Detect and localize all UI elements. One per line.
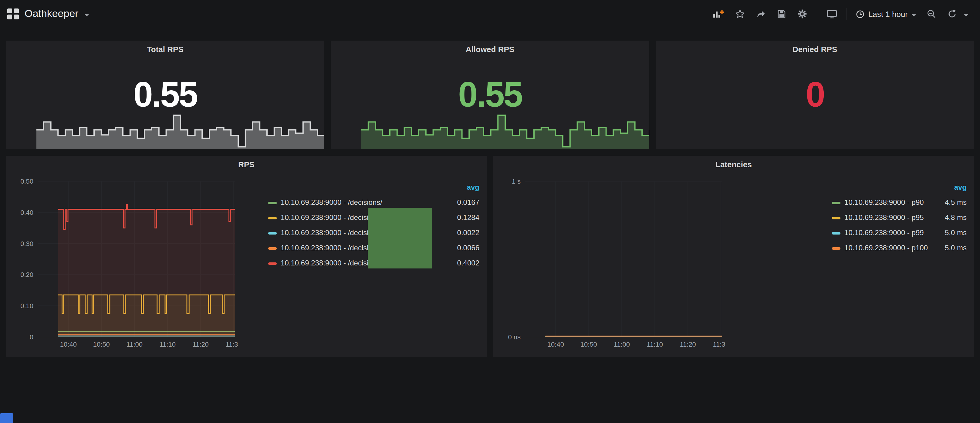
series-label[interactable]: 10.10.69.238:9000 - /decisions/ (281, 244, 382, 252)
dashboard-title[interactable]: Oathkeeper (25, 8, 79, 20)
help-button[interactable] (0, 413, 13, 423)
series-label[interactable]: 10.10.69.238:9000 - p90 (845, 198, 924, 207)
graph-canvas: 0.500.400.300.200.10010:4010:5011:0011:1… (10, 171, 238, 353)
chevron-down-icon (85, 14, 89, 16)
navbar-actions: Last 1 hour (706, 0, 974, 28)
stats-row: Total RPS 0.55 Allowed RPS 0.55 Denied R… (6, 41, 974, 149)
apps-grid-icon[interactable] (7, 8, 19, 20)
stat-value: 0.55 (6, 77, 325, 112)
panel-title[interactable]: Denied RPS (655, 41, 974, 54)
series-color-swatch[interactable] (832, 247, 840, 250)
series-label[interactable]: 10.10.69.238:9000 - p95 (845, 213, 924, 222)
series-label[interactable]: 10.10.69.238:9000 - /decisions/ (281, 259, 382, 267)
svg-text:0.30: 0.30 (20, 240, 33, 247)
legend-avg-header[interactable]: avg (928, 180, 967, 195)
svg-text:11:10: 11:10 (647, 341, 663, 348)
series-color-swatch[interactable] (268, 232, 277, 234)
latencies-chart[interactable]: 1 s0 ns10:4010:5011:0011:1011:2011:30 (497, 171, 725, 353)
svg-text:11:30: 11:30 (226, 341, 238, 348)
series-color-swatch[interactable] (832, 232, 840, 234)
series-avg-value: 4.5 ms (928, 195, 967, 210)
gear-icon (797, 9, 807, 19)
series-color-swatch[interactable] (268, 247, 277, 250)
svg-text:0.50: 0.50 (20, 177, 33, 185)
tv-monitor-icon (826, 9, 837, 19)
series-avg-value: 5.0 ms (928, 225, 967, 241)
series-label[interactable]: 10.10.69.238:9000 - p100 (845, 244, 928, 252)
svg-text:0: 0 (30, 333, 33, 341)
series-color-swatch[interactable] (832, 202, 840, 204)
green-overlay (368, 208, 432, 268)
rps-chart[interactable]: 0.500.400.300.200.10010:4010:5011:0011:1… (10, 171, 238, 353)
zoom-out-icon (927, 9, 936, 19)
svg-text:11:10: 11:10 (159, 341, 176, 348)
panel-allowed-rps: Allowed RPS 0.55 (331, 41, 649, 149)
svg-text:0 ns: 0 ns (508, 333, 521, 341)
sparkline (37, 114, 325, 149)
series-label[interactable]: 10.10.69.238:9000 - p99 (845, 228, 924, 237)
chevron-down-icon (964, 14, 969, 16)
series-label[interactable]: 10.10.69.238:9000 - /decisions/ (281, 228, 382, 237)
save-icon (777, 9, 786, 19)
graph-canvas: 1 s0 ns10:4010:5011:0011:1011:2011:30 (497, 171, 725, 353)
series-avg-value: 5.0 ms (928, 241, 967, 256)
latencies-legend: avg10.10.69.238:9000 - p904.5 ms10.10.69… (827, 180, 967, 256)
chevron-down-icon (912, 14, 916, 16)
star-button[interactable] (729, 0, 751, 28)
panel-total-rps: Total RPS 0.55 (6, 41, 325, 149)
time-range-label: Last 1 hour (869, 10, 908, 19)
dashboard-root: Oathkeeper (0, 0, 980, 423)
sparkline-canvas (361, 114, 649, 149)
panel-title[interactable]: Total RPS (6, 41, 325, 54)
sparkline (361, 114, 649, 149)
add-panel-icon (712, 9, 724, 19)
navbar: Oathkeeper (0, 0, 980, 28)
sparkline-canvas (37, 114, 325, 149)
star-icon (735, 9, 745, 19)
share-icon (756, 9, 766, 19)
panel-title[interactable]: Allowed RPS (331, 41, 649, 54)
svg-text:11:30: 11:30 (713, 341, 725, 348)
svg-text:0.40: 0.40 (20, 209, 33, 216)
time-range-picker[interactable]: Last 1 hour (851, 0, 921, 28)
legend-row: 10.10.69.238:9000 - p1005.0 ms (827, 241, 967, 256)
clock-icon (856, 10, 865, 19)
panel-title[interactable]: Latencies (493, 156, 974, 169)
refresh-interval-dropdown[interactable] (963, 0, 974, 28)
svg-text:11:20: 11:20 (679, 341, 696, 348)
dashboard-settings-button[interactable] (792, 0, 813, 28)
navbar-separator (846, 8, 847, 20)
svg-text:11:20: 11:20 (192, 341, 208, 348)
svg-text:1 s: 1 s (512, 177, 521, 185)
dashboard-title-picker[interactable]: Oathkeeper (7, 8, 89, 20)
zoom-out-button[interactable] (921, 0, 942, 28)
svg-text:10:50: 10:50 (581, 341, 597, 348)
share-button[interactable] (751, 0, 771, 28)
svg-text:10:50: 10:50 (93, 341, 110, 348)
svg-text:10:40: 10:40 (60, 341, 77, 348)
series-color-swatch[interactable] (832, 217, 840, 219)
refresh-icon (947, 9, 957, 19)
graphs-row: RPS 0.500.400.300.200.10010:4010:5011:00… (6, 156, 974, 357)
legend-avg-header[interactable]: avg (382, 180, 479, 195)
svg-text:11:00: 11:00 (614, 341, 630, 348)
save-button[interactable] (771, 0, 792, 28)
legend-row: 10.10.69.238:9000 - p954.8 ms (827, 210, 967, 225)
series-color-swatch[interactable] (268, 202, 277, 204)
series-avg-value: 4.8 ms (928, 210, 967, 225)
series-color-swatch[interactable] (268, 217, 277, 219)
panel-title[interactable]: RPS (6, 156, 487, 169)
panel-latencies: Latencies 1 s0 ns10:4010:5011:0011:1011:… (493, 156, 974, 357)
legend-row: 10.10.69.238:9000 - p995.0 ms (827, 225, 967, 241)
sparkline (686, 114, 974, 149)
panel-rps: RPS 0.500.400.300.200.10010:4010:5011:00… (6, 156, 487, 357)
series-color-swatch[interactable] (268, 262, 277, 265)
add-panel-button[interactable] (706, 0, 729, 28)
cycle-view-button[interactable] (821, 0, 843, 28)
panel-denied-rps: Denied RPS 0 (655, 41, 974, 149)
refresh-button[interactable] (942, 0, 963, 28)
series-label[interactable]: 10.10.69.238:9000 - /decisions/ (281, 213, 382, 222)
legend-row: 10.10.69.238:9000 - p904.5 ms (827, 195, 967, 210)
stat-value: 0.55 (331, 77, 649, 112)
series-label[interactable]: 10.10.69.238:9000 - /decisions/ (281, 198, 382, 207)
